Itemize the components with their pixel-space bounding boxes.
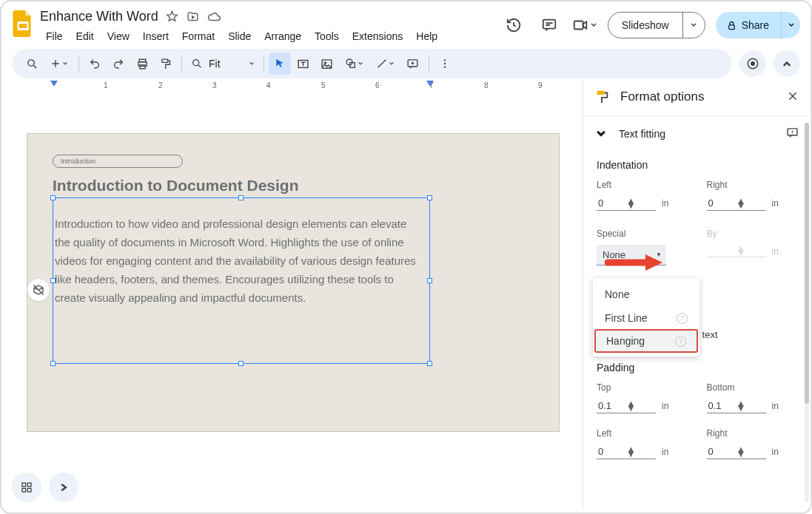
resize-handle[interactable] (50, 361, 56, 366)
menu-extensions[interactable]: Extensions (346, 27, 409, 45)
menu-format[interactable]: Format (176, 27, 221, 45)
svg-rect-26 (597, 91, 605, 95)
canvas-area[interactable]: 1 2 3 4 5 6 7 8 9 Introduction Introduct… (1, 78, 583, 510)
new-slide-button[interactable] (44, 53, 74, 75)
explore-button[interactable] (27, 278, 50, 302)
share-dropdown[interactable] (781, 12, 800, 38)
resize-handle[interactable] (427, 278, 432, 283)
pad-right-input[interactable]: 0▲▼ (707, 444, 766, 459)
svg-point-10 (193, 60, 199, 66)
meet-button[interactable] (572, 13, 597, 38)
redo-icon[interactable] (107, 53, 130, 75)
spinner-icon[interactable]: ▲▼ (736, 402, 765, 410)
line-tool-icon[interactable] (371, 53, 400, 75)
svg-rect-25 (27, 488, 31, 492)
help-icon[interactable]: ? (675, 336, 686, 347)
pad-right-label: Right (707, 428, 798, 444)
svg-point-17 (443, 59, 445, 61)
svg-rect-3 (574, 21, 583, 30)
resize-handle[interactable] (427, 361, 432, 366)
pad-left-input[interactable]: 0▲▼ (597, 444, 656, 459)
pad-bottom-label: Bottom (707, 382, 798, 399)
spinner-icon[interactable]: ▲▼ (626, 199, 654, 208)
slideshow-button[interactable]: Slideshow (608, 13, 682, 38)
zoom-value: Fit (206, 58, 224, 70)
slides-logo-icon[interactable] (12, 9, 34, 38)
toolbar: Fit (12, 49, 732, 78)
annotation-arrow-icon (605, 251, 664, 274)
search-menu-icon[interactable] (21, 53, 43, 75)
image-tool-icon[interactable] (316, 53, 338, 75)
lock-icon (726, 20, 737, 31)
menu-tools[interactable]: Tools (309, 27, 345, 45)
pad-bottom-input[interactable]: 0.1▲▼ (707, 399, 766, 413)
document-title[interactable]: Enhance With Word (40, 9, 158, 24)
resize-handle[interactable] (427, 195, 432, 200)
history-icon[interactable] (501, 13, 526, 38)
paint-format-icon[interactable] (155, 53, 177, 75)
select-tool-icon[interactable] (269, 53, 291, 75)
slideshow-dropdown[interactable] (682, 13, 705, 38)
slideshow-button-group: Slideshow (608, 12, 705, 38)
padding-heading: Padding (597, 354, 797, 382)
special-indent-dropdown: None First Line? Hanging? (593, 278, 699, 356)
section-text-fitting[interactable]: Text fitting (619, 128, 665, 140)
menu-insert[interactable]: Insert (137, 27, 175, 45)
feedback-icon[interactable] (786, 126, 799, 141)
share-label: Share (742, 19, 769, 31)
resize-handle[interactable] (238, 361, 244, 366)
dropdown-item-hanging[interactable]: Hanging? (594, 329, 698, 353)
spinner-icon[interactable]: ▲▼ (736, 447, 765, 456)
menu-edit[interactable]: Edit (70, 27, 100, 45)
chevron-down-icon[interactable] (595, 128, 607, 140)
collapse-toolbar-icon[interactable] (774, 50, 800, 77)
record-button[interactable] (739, 50, 766, 77)
menu-slide[interactable]: Slide (222, 27, 257, 45)
spinner-icon[interactable]: ▲▼ (626, 447, 654, 456)
panel-scrollbar[interactable] (805, 123, 809, 502)
indent-marker-right-icon[interactable] (426, 80, 434, 89)
undo-icon[interactable] (84, 53, 106, 75)
svg-rect-1 (19, 24, 27, 28)
zoom-control[interactable]: Fit (187, 58, 259, 70)
expand-filmstrip-icon[interactable] (49, 473, 78, 502)
resize-handle[interactable] (238, 195, 244, 200)
grid-view-icon[interactable] (12, 473, 41, 502)
close-panel-icon[interactable] (787, 90, 799, 104)
share-button[interactable]: Share (716, 12, 781, 38)
toolbar-row: Fit (1, 44, 811, 78)
comment-tool-icon[interactable] (402, 53, 424, 75)
more-tools-icon[interactable] (434, 53, 456, 75)
menu-view[interactable]: View (101, 27, 135, 45)
menu-bar: File Edit View Insert Format Slide Arran… (40, 24, 443, 45)
dropdown-item-first-line[interactable]: First Line? (593, 306, 699, 330)
comments-icon[interactable] (537, 13, 562, 38)
resize-handle[interactable] (50, 278, 56, 283)
indent-left-input[interactable]: 0▲▼ (597, 196, 656, 211)
by-input: ▲▼ (707, 245, 766, 257)
spinner-icon[interactable]: ▲▼ (736, 199, 765, 208)
indent-right-label: Right (707, 180, 798, 196)
by-label: By (707, 229, 798, 245)
indent-marker-left-icon[interactable] (50, 80, 58, 89)
menu-arrange[interactable]: Arrange (258, 27, 307, 45)
shape-tool-icon[interactable] (340, 53, 369, 75)
menu-file[interactable]: File (40, 27, 69, 45)
resize-handle[interactable] (50, 195, 56, 200)
ruler-horizontal: 1 2 3 4 5 6 7 8 9 (24, 80, 583, 93)
textbox-tool-icon[interactable] (292, 53, 315, 75)
dropdown-item-none[interactable]: None (593, 283, 699, 306)
menu-help[interactable]: Help (410, 27, 443, 45)
cloud-status-icon[interactable] (207, 10, 221, 24)
move-folder-icon[interactable] (187, 10, 200, 24)
spinner-icon[interactable]: ▲▼ (626, 402, 654, 410)
selected-textbox[interactable]: Introduction to how video and profession… (53, 197, 430, 364)
help-icon[interactable]: ? (677, 313, 688, 324)
svg-rect-24 (22, 488, 26, 492)
star-icon[interactable] (166, 10, 179, 24)
indent-right-input[interactable]: 0▲▼ (707, 196, 766, 211)
format-options-icon (594, 89, 610, 105)
print-icon[interactable] (131, 53, 153, 75)
pad-top-input[interactable]: 0.1▲▼ (597, 399, 656, 413)
slide[interactable]: Introduction Introduction to Document De… (27, 133, 560, 432)
